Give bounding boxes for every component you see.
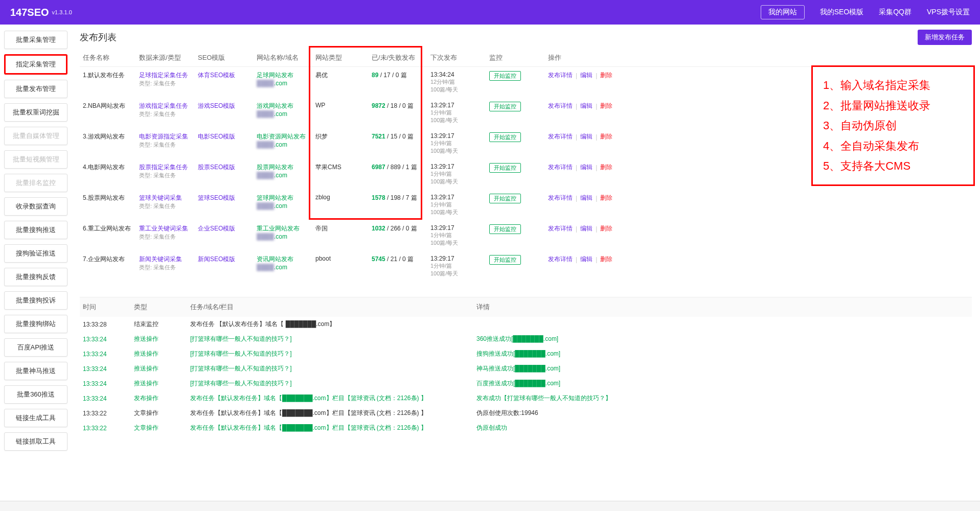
source-link[interactable]: 电影资源指定采集 xyxy=(139,133,188,140)
source-link[interactable]: 新闻关键词采集 xyxy=(139,256,182,263)
start-monitor-button[interactable]: 开始监控 xyxy=(489,194,521,203)
version: v1.3.1.0 xyxy=(52,9,72,15)
op-detail[interactable]: 发布详情 xyxy=(548,224,573,233)
sidebar-item-3[interactable]: 批量权重词挖掘 xyxy=(4,103,67,122)
op-edit[interactable]: 编辑 xyxy=(580,194,592,202)
op-detail[interactable]: 发布详情 xyxy=(548,255,573,264)
cell-next: 13:29:171分钟/篇100篇/每天 xyxy=(427,190,486,220)
sidebar-item-13[interactable]: 百度API推送 xyxy=(4,338,67,357)
source-link[interactable]: 篮球关键词采集 xyxy=(139,194,182,201)
source-link[interactable]: 重工业关键词采集 xyxy=(139,225,188,232)
start-monitor-button[interactable]: 开始监控 xyxy=(489,102,521,111)
template-link[interactable]: 篮球SEO模版 xyxy=(198,194,235,201)
op-edit[interactable]: 编辑 xyxy=(580,132,592,141)
source-link[interactable]: 股票指定采集任务 xyxy=(139,164,188,171)
cell-source: 重工业关键词采集类型: 采集任务 xyxy=(136,220,195,251)
op-delete[interactable]: 删除 xyxy=(600,194,612,202)
start-monitor-button[interactable]: 开始监控 xyxy=(489,71,521,81)
nav-seo-template[interactable]: 我的SEO模版 xyxy=(820,8,864,17)
cell-next: 13:29:171分钟/篇100篇/每天 xyxy=(427,98,486,128)
sidebar-item-12[interactable]: 批量搜狗绑站 xyxy=(4,315,67,333)
sidebar-item-0[interactable]: 批量采集管理 xyxy=(4,31,67,49)
start-monitor-button[interactable]: 开始监控 xyxy=(489,163,521,173)
sidebar-item-14[interactable]: 批量神马推送 xyxy=(4,362,67,380)
template-link[interactable]: 企业SEO模版 xyxy=(198,225,235,232)
site-link[interactable]: 重工业网站发布 xyxy=(257,225,300,232)
cell-counts: 7521 / 15 / 0 篇 xyxy=(369,128,427,159)
sidebar-item-16[interactable]: 链接生成工具 xyxy=(4,409,67,427)
op-delete[interactable]: 删除 xyxy=(600,132,612,141)
log-time: 13:33:22 xyxy=(80,406,131,421)
sidebar-item-7[interactable]: 收录数据查询 xyxy=(4,197,67,216)
cell-site: 股票网站发布████.com xyxy=(254,159,312,190)
source-link[interactable]: 游戏指定采集任务 xyxy=(139,102,188,109)
log-col-0: 时间 xyxy=(80,297,131,317)
nav-vps-dial[interactable]: VPS拨号设置 xyxy=(927,8,970,17)
sidebar-item-15[interactable]: 批量360推送 xyxy=(4,385,67,404)
template-link[interactable]: 股票SEO模版 xyxy=(198,164,235,171)
sidebar-item-17[interactable]: 链接抓取工具 xyxy=(4,432,67,451)
cell-type: 帝国 xyxy=(312,220,369,251)
site-link[interactable]: 足球网站发布 xyxy=(257,72,293,79)
col-header-0: 任务名称 xyxy=(80,49,136,67)
op-detail[interactable]: 发布详情 xyxy=(548,163,573,172)
site-link[interactable]: 资讯网站发布 xyxy=(257,256,293,263)
log-task: 发布任务 【默认发布任务】域名【 ███████.com】 xyxy=(187,317,473,332)
add-publish-task-button[interactable]: 新增发布任务 xyxy=(918,30,972,45)
op-delete[interactable]: 删除 xyxy=(600,102,612,110)
op-delete[interactable]: 删除 xyxy=(600,255,612,264)
template-link[interactable]: 电影SEO模版 xyxy=(198,133,235,140)
header-nav: 我的网站 我的SEO模版 采集QQ群 VPS拨号设置 xyxy=(761,5,970,19)
op-detail[interactable]: 发布详情 xyxy=(548,132,573,141)
site-link[interactable]: 篮球网站发布 xyxy=(257,194,293,201)
sidebar-item-11[interactable]: 批量搜狗投诉 xyxy=(4,291,67,310)
sidebar-item-8[interactable]: 批量搜狗推送 xyxy=(4,221,67,239)
cell-counts: 89 / 17 / 0 篇 xyxy=(369,67,427,98)
cell-site: 重工业网站发布████.com xyxy=(254,220,312,251)
op-edit[interactable]: 编辑 xyxy=(580,224,592,233)
op-edit[interactable]: 编辑 xyxy=(580,163,592,172)
op-delete[interactable]: 删除 xyxy=(600,71,612,80)
site-link[interactable]: 股票网站发布 xyxy=(257,164,293,171)
sidebar-item-4[interactable]: 批量自媒体管理 xyxy=(4,127,67,145)
cell-source: 新闻关键词采集类型: 采集任务 xyxy=(136,251,195,282)
site-link[interactable]: 游戏网站发布 xyxy=(257,102,293,109)
log-detail: 伪原创使用次数:19946 xyxy=(473,406,972,421)
sidebar-item-6[interactable]: 批量排名监控 xyxy=(4,174,67,192)
start-monitor-button[interactable]: 开始监控 xyxy=(489,132,521,142)
log-row: 13:33:24推送操作[打篮球有哪些一般人不知道的技巧？]神马推送成功[███… xyxy=(80,361,972,376)
cell-name: 4.电影网站发布 xyxy=(80,159,136,190)
op-delete[interactable]: 删除 xyxy=(600,224,612,233)
log-row: 13:33:24发布操作发布任务【默认发布任务】域名【███████.com】栏… xyxy=(80,391,972,406)
cell-template: 新闻SEO模版 xyxy=(195,251,254,282)
sidebar-item-9[interactable]: 搜狗验证推送 xyxy=(4,244,67,263)
cell-template: 游戏SEO模版 xyxy=(195,98,254,128)
template-link[interactable]: 体育SEO模板 xyxy=(198,72,235,79)
op-edit[interactable]: 编辑 xyxy=(580,102,592,110)
template-link[interactable]: 游戏SEO模版 xyxy=(198,102,235,109)
sidebar-item-10[interactable]: 批量搜狗反馈 xyxy=(4,268,67,286)
cell-type: WP xyxy=(312,98,369,128)
op-detail[interactable]: 发布详情 xyxy=(548,102,573,110)
sidebar: 批量采集管理指定采集管理批量发布管理批量权重词挖掘批量自媒体管理批量短视频管理批… xyxy=(0,25,72,457)
sidebar-item-1[interactable]: 指定采集管理 xyxy=(4,54,67,75)
op-detail[interactable]: 发布详情 xyxy=(548,71,573,80)
cell-source: 股票指定采集任务类型: 采集任务 xyxy=(136,159,195,190)
template-link[interactable]: 新闻SEO模版 xyxy=(198,256,235,263)
start-monitor-button[interactable]: 开始监控 xyxy=(489,255,521,265)
op-edit[interactable]: 编辑 xyxy=(580,255,592,264)
nav-my-site[interactable]: 我的网站 xyxy=(761,5,805,19)
source-link[interactable]: 足球指定采集任务 xyxy=(139,72,188,79)
log-time: 13:33:22 xyxy=(80,421,131,435)
cell-name: 2.NBA网站发布 xyxy=(80,98,136,128)
op-edit[interactable]: 编辑 xyxy=(580,71,592,80)
cell-monitor: 开始监控 xyxy=(486,67,545,98)
op-detail[interactable]: 发布详情 xyxy=(548,194,573,202)
sidebar-item-5[interactable]: 批量短视频管理 xyxy=(4,150,67,169)
site-link[interactable]: 电影资源网站发布 xyxy=(257,133,306,140)
nav-qq-group[interactable]: 采集QQ群 xyxy=(879,8,911,17)
op-delete[interactable]: 删除 xyxy=(600,163,612,172)
log-type: 推送操作 xyxy=(131,376,187,391)
sidebar-item-2[interactable]: 批量发布管理 xyxy=(4,80,67,98)
start-monitor-button[interactable]: 开始监控 xyxy=(489,224,521,234)
